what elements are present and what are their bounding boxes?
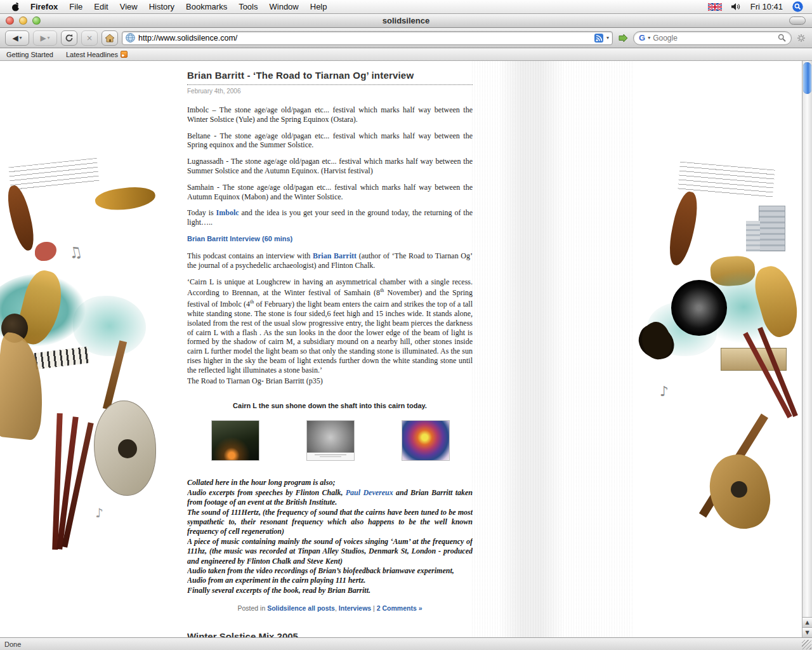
window-resize-grip[interactable] (802, 640, 811, 649)
vinyl-record-shape (671, 280, 727, 336)
thumbnail-caption (307, 453, 354, 460)
post-link[interactable]: 2 Comments » (377, 604, 422, 612)
stop-button[interactable]: × (81, 30, 98, 46)
harp-shape (0, 332, 49, 441)
post-thumbnail-3[interactable] (402, 421, 449, 460)
search-magnifier-icon[interactable] (778, 34, 786, 42)
program-note-line: Audio excerpts from speeches by Flinton … (187, 488, 473, 508)
text-run: Beltane - The stone age/age old/pagan et… (187, 131, 473, 150)
post-link[interactable]: Paul Devereux (346, 488, 393, 497)
bookmark-getting-started[interactable]: Getting Started (6, 51, 53, 58)
post-paragraph: Brian Barritt Interview (60 mins) (187, 234, 473, 243)
input-menu-flag-icon[interactable] (708, 3, 722, 11)
menu-item-file[interactable]: File (63, 0, 88, 13)
text-run: Imbolc – The stone age/age old/pagan etc… (187, 105, 473, 124)
post-body: Imbolc – The stone age/age old/pagan etc… (187, 105, 473, 637)
address-bar[interactable]: ▾ (122, 31, 613, 45)
activity-throbber-icon (796, 34, 807, 43)
reload-button[interactable] (61, 30, 77, 46)
post-link[interactable]: Solidsilence all posts (267, 604, 335, 612)
post-thumbnail-1[interactable] (212, 421, 259, 460)
text-run: Audio from an experiment in the cairn pl… (187, 576, 365, 585)
menu-item-tools[interactable]: Tools (233, 0, 263, 13)
status-bar: Done (0, 637, 812, 650)
spotlight-icon[interactable] (792, 1, 803, 12)
blog-post: Brian Barritt - ‘The Road to Tiarnan Og’… (187, 70, 473, 637)
text-run: The Road to Tiarnan Og- Brian Barritt (p… (187, 376, 323, 385)
guitar-soundhole-shape (731, 481, 747, 498)
post-paragraph: Lugnassadh - The stone age/age old/pagan… (187, 157, 473, 176)
scroll-down-button[interactable]: ▼ (802, 627, 812, 637)
post-paragraph: This podcast contains an interview with … (187, 251, 473, 270)
post-paragraph: ‘Cairn L is unique at Loughcrew in havin… (187, 277, 473, 375)
post-paragraph: Today is Imbolc and the idea is you get … (187, 208, 473, 227)
text-run: Cairn L the sun shone down the shaft int… (233, 402, 427, 409)
status-text: Done (4, 640, 21, 648)
text-run: Today is (187, 208, 216, 217)
text-run: Audio taken from the video recordings of… (187, 566, 454, 575)
menu-item-help[interactable]: Help (304, 0, 333, 13)
scroll-up-button[interactable]: ▲ (802, 617, 812, 627)
feed-icon[interactable] (594, 34, 603, 43)
forward-button[interactable]: ▶ ▾ (33, 30, 57, 46)
google-engine-icon[interactable]: G (639, 34, 645, 42)
reload-icon (65, 34, 74, 43)
scrollbar-thumb[interactable] (803, 62, 811, 94)
program-note-line: A piece of music containing mainly the s… (187, 537, 473, 566)
forward-dropdown-icon: ▾ (48, 35, 50, 41)
search-input[interactable] (653, 34, 775, 43)
forward-arrow-icon: ▶ (40, 34, 46, 42)
post-link[interactable]: Interviews (339, 604, 371, 612)
search-bar[interactable]: G ▾ (633, 31, 792, 45)
menu-item-window[interactable]: Window (264, 0, 304, 13)
menu-bar-status-items: Fri 10:41 (708, 1, 806, 12)
menu-item-view[interactable]: View (114, 0, 143, 13)
window-title-bar[interactable]: solidsilence (0, 14, 812, 28)
engine-dropdown-icon[interactable]: ▾ (648, 35, 650, 41)
toolbar-toggle-widget[interactable] (789, 17, 806, 25)
menu-item-edit[interactable]: Edit (88, 0, 114, 13)
collage-art-left: ♫♪ (0, 61, 164, 637)
text-run: A piece of music containing mainly the s… (187, 537, 473, 566)
program-note-line: Audio taken from the video recordings of… (187, 566, 473, 576)
menu-app-name[interactable]: Firefox (25, 0, 63, 13)
stop-icon: × (86, 34, 93, 42)
program-note-line: Audio from an experiment in the cairn pl… (187, 576, 473, 585)
back-dropdown-icon: ▾ (20, 35, 22, 41)
post-date: February 4th, 2006 (187, 88, 473, 95)
browser-viewport: ♫♪ ♪ Brian Barritt - ‘The Road to Tiarna… (0, 61, 812, 637)
back-button[interactable]: ◀ ▾ (5, 30, 29, 46)
post-link[interactable]: Brian Barritt Interview (60 mins) (187, 235, 292, 242)
vertical-scrollbar[interactable]: ▲ ▼ (802, 61, 812, 637)
next-post-title: Winter Solstice Mix 2005 (187, 631, 473, 637)
bookmarks-toolbar: Getting Started Latest Headlines (0, 48, 812, 61)
post-link[interactable]: Imbolc (216, 208, 239, 217)
apple-menu[interactable] (6, 2, 25, 11)
bookmark-label: Latest Headlines (66, 51, 118, 58)
collage-art-right: ♪ (634, 61, 802, 637)
back-arrow-icon: ◀ (12, 34, 18, 42)
text-run: This podcast contains an interview with (187, 251, 313, 260)
music-note-glyph: ♫ (67, 242, 84, 263)
text-run: of February) the light beam enters the c… (187, 300, 473, 375)
music-note-glyph: ♪ (95, 505, 103, 521)
menu-bar-clock[interactable]: Fri 10:41 (750, 2, 783, 11)
post-title: Brian Barritt - ‘The Road to Tiarnan Og’… (187, 70, 473, 85)
text-run: Samhain - The stone age/age old/pagan et… (187, 183, 473, 201)
post-link[interactable]: Brian Barritt (313, 251, 357, 260)
macos-menu-bar: Firefox File Edit View History Bookmarks… (0, 0, 812, 14)
go-arrow-icon (618, 34, 628, 43)
volume-icon[interactable] (731, 3, 741, 11)
home-button[interactable] (102, 30, 118, 46)
text-run: Winter Solstice Mix 2005 (187, 631, 298, 637)
post-thumbnail-2[interactable] (307, 421, 354, 460)
music-staff-shape (8, 158, 99, 192)
url-input[interactable] (138, 34, 591, 43)
go-button[interactable] (617, 34, 629, 43)
feed-dropdown-icon[interactable]: ▾ (606, 35, 609, 41)
program-note-line: Collated here in the hour long program i… (187, 478, 473, 488)
menu-item-bookmarks[interactable]: Bookmarks (180, 0, 233, 13)
program-notes: Collated here in the hour long program i… (187, 478, 473, 595)
bookmark-latest-headlines[interactable]: Latest Headlines (66, 51, 128, 58)
menu-item-history[interactable]: History (143, 0, 180, 13)
